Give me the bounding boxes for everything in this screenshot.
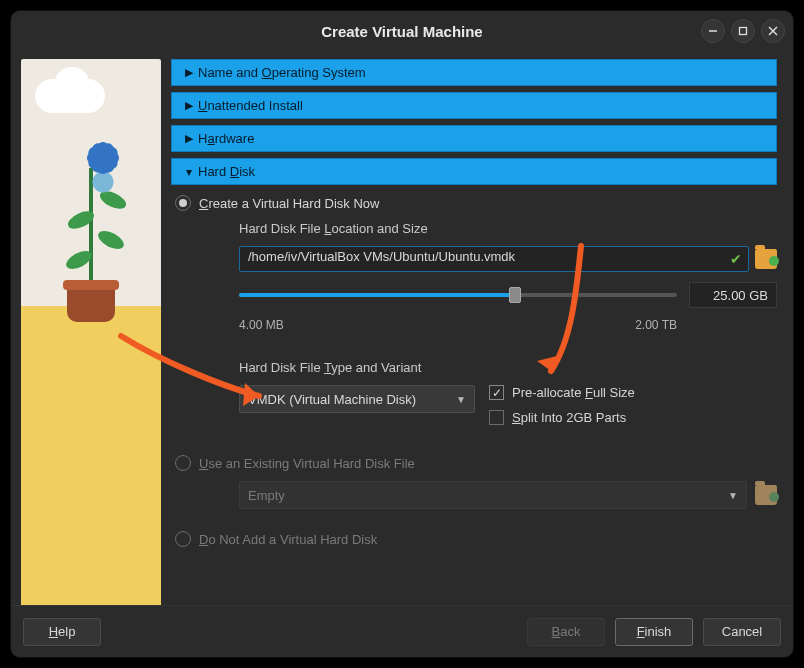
help-button[interactable]: Help bbox=[23, 618, 101, 646]
existing-disk-panel: Empty ▼ bbox=[239, 481, 777, 509]
cancel-button[interactable]: Cancel bbox=[703, 618, 781, 646]
dialog-window: Create Virtual Machine bbox=[10, 10, 794, 658]
chevron-right-icon: ▶ bbox=[180, 66, 198, 79]
size-max-label: 2.00 TB bbox=[635, 318, 677, 332]
minimize-button[interactable] bbox=[701, 19, 725, 43]
chevron-right-icon: ▶ bbox=[180, 99, 198, 112]
browse-folder-button[interactable] bbox=[755, 249, 777, 269]
svg-rect-1 bbox=[740, 28, 747, 35]
window-controls bbox=[701, 19, 785, 43]
create-disk-panel: Hard Disk File Location and Size /home/i… bbox=[239, 221, 777, 425]
size-min-label: 4.00 MB bbox=[239, 318, 284, 332]
preallocate-checkbox[interactable]: ✓ Pre-allocate Full Size bbox=[489, 385, 635, 400]
wizard-illustration bbox=[21, 59, 161, 605]
section-hardware-label: Hardware bbox=[198, 131, 254, 146]
size-slider[interactable] bbox=[239, 285, 677, 305]
radio-icon bbox=[175, 531, 191, 547]
valid-check-icon: ✔ bbox=[730, 251, 742, 267]
existing-disk-value: Empty bbox=[248, 488, 285, 503]
chevron-right-icon: ▶ bbox=[180, 132, 198, 145]
section-unattended[interactable]: ▶ Unattended Install bbox=[171, 92, 777, 119]
disk-type-value: VMDK (Virtual Machine Disk) bbox=[248, 392, 416, 407]
radio-no-disk-label: Do Not Add a Virtual Hard Disk bbox=[199, 532, 377, 547]
radio-icon bbox=[175, 195, 191, 211]
disk-type-select[interactable]: VMDK (Virtual Machine Disk) ▼ bbox=[239, 385, 475, 413]
slider-thumb[interactable] bbox=[509, 287, 521, 303]
section-harddisk-label: Hard Disk bbox=[198, 164, 255, 179]
back-button: Back bbox=[527, 618, 605, 646]
section-name-os-label: Name and Operating System bbox=[198, 65, 366, 80]
disk-path-value: /home/iv/VirtualBox VMs/Ubuntu/Ubuntu.vm… bbox=[248, 249, 515, 264]
size-range-labels: 4.00 MB 2.00 TB bbox=[239, 318, 777, 332]
close-button[interactable] bbox=[761, 19, 785, 43]
finish-button[interactable]: Finish bbox=[615, 618, 693, 646]
browse-existing-button bbox=[755, 485, 777, 505]
disk-path-input[interactable]: /home/iv/VirtualBox VMs/Ubuntu/Ubuntu.vm… bbox=[239, 246, 749, 272]
cancel-label: Cancel bbox=[722, 624, 762, 639]
size-slider-row: 25.00 GB bbox=[239, 282, 777, 308]
type-variant-header: Hard Disk File Type and Variant bbox=[239, 360, 777, 375]
chevron-down-icon: ▼ bbox=[456, 394, 466, 405]
radio-existing-disk[interactable]: Use an Existing Virtual Hard Disk File bbox=[171, 451, 777, 475]
section-hardware[interactable]: ▶ Hardware bbox=[171, 125, 777, 152]
content-area: ▶ Name and Operating System ▶ Unattended… bbox=[11, 51, 793, 605]
chevron-down-icon: ▼ bbox=[728, 490, 738, 501]
chevron-down-icon: ▾ bbox=[180, 165, 198, 179]
type-variant-row: VMDK (Virtual Machine Disk) ▼ ✓ Pre-allo… bbox=[239, 385, 777, 425]
section-name-os[interactable]: ▶ Name and Operating System bbox=[171, 59, 777, 86]
section-unattended-label: Unattended Install bbox=[198, 98, 303, 113]
location-size-header: Hard Disk File Location and Size bbox=[239, 221, 777, 236]
dialog-footer: Help Back Finish Cancel bbox=[11, 605, 793, 657]
checkbox-icon: ✓ bbox=[489, 385, 504, 400]
back-label: Back bbox=[552, 624, 581, 639]
main-panel: ▶ Name and Operating System ▶ Unattended… bbox=[171, 59, 777, 597]
existing-disk-select: Empty ▼ bbox=[239, 481, 747, 509]
size-value-box[interactable]: 25.00 GB bbox=[689, 282, 777, 308]
window-title: Create Virtual Machine bbox=[321, 23, 482, 40]
help-label: Help bbox=[49, 624, 76, 639]
section-harddisk[interactable]: ▾ Hard Disk bbox=[171, 158, 777, 185]
variant-options: ✓ Pre-allocate Full Size Split Into 2GB … bbox=[489, 385, 635, 425]
titlebar: Create Virtual Machine bbox=[11, 11, 793, 51]
radio-create-disk[interactable]: Create a Virtual Hard Disk Now bbox=[171, 191, 777, 215]
footer-button-group: Back Finish Cancel bbox=[527, 618, 781, 646]
radio-icon bbox=[175, 455, 191, 471]
radio-no-disk[interactable]: Do Not Add a Virtual Hard Disk bbox=[171, 527, 777, 551]
split-checkbox[interactable]: Split Into 2GB Parts bbox=[489, 410, 635, 425]
radio-existing-disk-label: Use an Existing Virtual Hard Disk File bbox=[199, 456, 415, 471]
radio-create-disk-label: Create a Virtual Hard Disk Now bbox=[199, 196, 379, 211]
maximize-button[interactable] bbox=[731, 19, 755, 43]
path-row: /home/iv/VirtualBox VMs/Ubuntu/Ubuntu.vm… bbox=[239, 246, 777, 272]
split-label: Split Into 2GB Parts bbox=[512, 410, 626, 425]
preallocate-label: Pre-allocate Full Size bbox=[512, 385, 635, 400]
checkbox-icon bbox=[489, 410, 504, 425]
finish-label: Finish bbox=[637, 624, 672, 639]
